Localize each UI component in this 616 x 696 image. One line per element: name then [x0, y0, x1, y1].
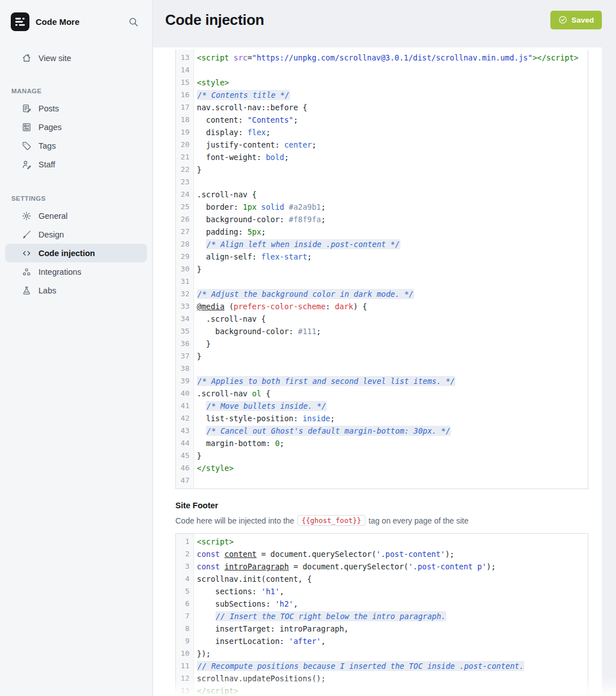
code-line[interactable]: 38: [176, 362, 588, 375]
posts-icon: [21, 103, 32, 114]
sidebar-item-integrations[interactable]: Integrations: [5, 262, 147, 281]
code-line[interactable]: 14: [176, 64, 588, 76]
line-number: 22: [176, 163, 193, 176]
sidebar-header: Code More: [0, 0, 152, 31]
line-number: 9: [176, 635, 193, 647]
code-line[interactable]: 6 subSections: 'h2',: [176, 598, 588, 610]
code-line[interactable]: 19 display: flex;: [176, 126, 588, 139]
code-line[interactable]: 13<script src="https://unpkg.com/scrolln…: [176, 51, 588, 64]
code-text: // Insert the TOC right below the intro …: [193, 610, 446, 622]
code-line[interactable]: 2const content = document.querySelector(…: [176, 548, 588, 560]
sidebar-item-labs[interactable]: Labs: [5, 281, 147, 300]
code-text: <script>: [193, 535, 234, 548]
code-line[interactable]: 17nav.scroll-nav::before {: [176, 101, 588, 114]
saved-label: Saved: [571, 16, 594, 24]
sidebar-item-tags[interactable]: Tags: [5, 136, 147, 155]
code-line[interactable]: 29 align-self: flex-start;: [176, 250, 588, 263]
code-line[interactable]: 40.scroll-nav ol {: [176, 387, 588, 400]
site-footer-code-editor[interactable]: 1<script>2const content = document.query…: [175, 533, 588, 696]
line-number: 15: [176, 76, 193, 89]
search-button[interactable]: [125, 14, 141, 30]
code-line[interactable]: 4scrollnav.init(content, {: [176, 573, 588, 585]
code-text: [193, 275, 197, 288]
code-text: @media (prefers-color-scheme: dark) {: [193, 300, 367, 313]
code-line[interactable]: 9 insertLocation: 'after',: [176, 635, 588, 647]
code-line[interactable]: 5 sections: 'h1',: [176, 585, 588, 598]
page-title: Code injection: [165, 11, 264, 29]
line-number: 30: [176, 263, 193, 275]
code-text: background-color: #f8f9fa;: [193, 213, 326, 226]
line-number: 26: [176, 213, 193, 226]
code-text: }: [193, 449, 201, 462]
description-text: tag on every page of the site: [369, 516, 469, 525]
saved-button[interactable]: Saved: [550, 11, 602, 29]
line-number: 8: [176, 622, 193, 635]
code-line[interactable]: 7 // Insert the TOC right below the intr…: [176, 610, 588, 622]
code-line[interactable]: 39/* Applies to both first and second le…: [176, 375, 588, 387]
code-line[interactable]: 13</script>: [176, 685, 588, 696]
sidebar-item-label: Code injection: [38, 249, 95, 258]
code-line[interactable]: 30}: [176, 263, 588, 275]
code-text: /* Move bullets inside. */: [193, 400, 327, 412]
code-line[interactable]: 21 font-weight: bold;: [176, 151, 588, 163]
code-text: <style>: [193, 76, 229, 89]
integrations-icon: [21, 267, 32, 277]
line-number: 7: [176, 610, 193, 622]
site-header-code-editor[interactable]: 13<script src="https://unpkg.com/scrolln…: [175, 50, 588, 489]
code-text: font-weight: bold;: [193, 151, 289, 163]
code-line[interactable]: 42 list-style-position: inside;: [176, 412, 588, 425]
code-line[interactable]: 41 /* Move bullets inside. */: [176, 400, 588, 412]
code-line[interactable]: 35 background-color: #111;: [176, 325, 588, 338]
code-line[interactable]: 3const introParagraph = document.querySe…: [176, 560, 588, 573]
code-line[interactable]: 15<style>: [176, 76, 588, 89]
sidebar-item-view-site[interactable]: View site: [5, 49, 147, 67]
code-line[interactable]: 32/* Adjust the background color in dark…: [176, 288, 588, 300]
code-line[interactable]: 25 border: 1px solid #a2a9b1;: [176, 201, 588, 213]
code-text: insertLocation: 'after',: [193, 635, 326, 647]
code-line[interactable]: 43 /* Cancel out Ghost's default margin-…: [176, 425, 588, 437]
code-line[interactable]: 20 justify-content: center;: [176, 139, 588, 151]
code-line[interactable]: 31: [176, 275, 588, 288]
code-line[interactable]: 22}: [176, 163, 588, 176]
sidebar-item-code-injection[interactable]: Code injection: [5, 244, 147, 262]
code-line[interactable]: 27 padding: 5px;: [176, 226, 588, 238]
code-line[interactable]: 16/* Contents title */: [176, 89, 588, 101]
code-text: margin-bottom: 0;: [193, 437, 284, 449]
code-line[interactable]: 36 }: [176, 338, 588, 350]
sidebar-item-pages[interactable]: Pages: [5, 118, 147, 136]
sidebar-item-design[interactable]: Design: [5, 225, 147, 244]
code-line[interactable]: 34 .scroll-nav {: [176, 313, 588, 325]
code-line[interactable]: 28 /* Align left when inside .post-conte…: [176, 238, 588, 250]
line-number: 20: [176, 139, 193, 151]
code-line[interactable]: 23: [176, 176, 588, 188]
line-number: 35: [176, 325, 193, 338]
sidebar-item-general[interactable]: General: [5, 206, 147, 225]
line-number: 19: [176, 126, 193, 139]
sidebar-item-posts[interactable]: Posts: [5, 99, 147, 118]
code-text: }: [193, 350, 201, 362]
code-line[interactable]: 11// Recompute positions because I inser…: [176, 660, 588, 672]
site-footer-description: Code here will be injected into the {{gh…: [175, 515, 602, 526]
site-logo[interactable]: [11, 12, 29, 31]
line-number: 11: [176, 660, 193, 672]
code-line[interactable]: 45}: [176, 449, 588, 462]
code-line[interactable]: 37}: [176, 350, 588, 362]
code-line[interactable]: 12scrollnav.updatePositions();: [176, 672, 588, 685]
code-line[interactable]: 44 margin-bottom: 0;: [176, 437, 588, 449]
sidebar-item-label: Staff: [38, 160, 55, 169]
ghost-foot-chip: {{ghost_foot}}: [298, 515, 365, 526]
code-line[interactable]: 10});: [176, 647, 588, 660]
line-number: 10: [176, 647, 193, 660]
code-line[interactable]: 18 content: "Contents";: [176, 114, 588, 126]
code-line[interactable]: 1<script>: [176, 535, 588, 548]
code-line[interactable]: 26 background-color: #f8f9fa;: [176, 213, 588, 226]
line-number: 36: [176, 338, 193, 350]
sidebar-item-staff[interactable]: Staff: [5, 155, 147, 174]
code-line[interactable]: 24.scroll-nav {: [176, 188, 588, 201]
code-line[interactable]: 47: [176, 474, 588, 487]
code-line[interactable]: 8 insertTarget: introParagraph,: [176, 622, 588, 635]
code-line[interactable]: 33@media (prefers-color-scheme: dark) {: [176, 300, 588, 313]
code-line[interactable]: 46</style>: [176, 462, 588, 474]
code-text: /* Align left when inside .post-content …: [193, 238, 400, 250]
line-number: 32: [176, 288, 193, 300]
